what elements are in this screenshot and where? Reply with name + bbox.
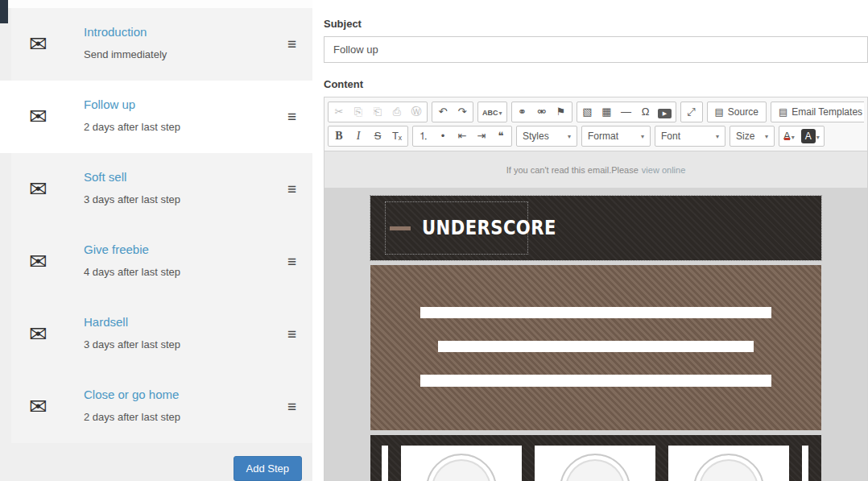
table-icon[interactable]: ▦ (597, 102, 617, 122)
email-hero-block[interactable] (370, 265, 821, 430)
text-color-button[interactable]: A▾ (780, 126, 798, 146)
step-item-soft-sell[interactable]: ✉ Soft sell 3 days after last step ≡ (11, 153, 312, 226)
step-title[interactable]: Hardsell (84, 315, 277, 329)
drag-handle-icon[interactable]: ≡ (287, 35, 296, 53)
bold-icon[interactable]: B (329, 126, 349, 146)
source-label: Source (728, 106, 758, 118)
step-item-close-or-go-home[interactable]: ✉ Close or go home 2 days after last ste… (11, 371, 312, 443)
envelope-icon: ✉ (29, 394, 48, 420)
add-step-button[interactable]: Add Step (234, 456, 303, 481)
remove-format-icon[interactable]: Tₓ (387, 126, 407, 146)
view-online-link[interactable]: view online (642, 165, 685, 175)
step-title[interactable]: Give freebie (84, 243, 277, 256)
step-item-introduction[interactable]: ✉ Introduction Send immediately ≡ (11, 8, 312, 81)
image-icon[interactable]: ▧ (578, 102, 597, 122)
undo-icon[interactable]: ↶ (433, 102, 453, 122)
unlink-icon[interactable]: ⚮ (532, 102, 552, 122)
indent-icon[interactable]: ⇥ (472, 126, 491, 146)
cut-icon[interactable]: ✂ (329, 102, 349, 122)
italic-icon[interactable]: I (349, 126, 368, 146)
styles-dropdown-label: Styles (523, 131, 549, 142)
step-title[interactable]: Introduction (84, 25, 277, 39)
seal-badge (693, 454, 764, 481)
spellcheck-group: ABC▾ (477, 102, 507, 122)
email-editor-panel: Subject Content ✂ ⎘ ⎗ ⎙ Ⓦ ↶ ↷ ABC▾ ⚭ (312, 0, 868, 481)
step-title[interactable]: Soft sell (84, 170, 277, 184)
youtube-play-icon: ▶ (658, 109, 672, 118)
step-timing: 4 days after last step (84, 266, 277, 278)
paste-icon[interactable]: ⎗ (368, 102, 387, 122)
brand-wordmark: UNDERSCORE (422, 217, 556, 239)
font-dropdown[interactable]: Font ▾ (655, 126, 725, 147)
view-online-banner: If you can't read this email.Please view… (324, 151, 867, 188)
chevron-down-icon: ▾ (499, 110, 502, 117)
step-timing: 3 days after last step (84, 193, 277, 205)
email-header-block[interactable]: UNDERSCORE (370, 196, 821, 260)
chevron-down-icon: ▾ (792, 134, 795, 141)
email-footer-block[interactable] (370, 435, 821, 481)
logo-editable-region[interactable]: UNDERSCORE (385, 201, 528, 255)
bg-color-button[interactable]: A▾ (798, 126, 823, 146)
email-preview-canvas[interactable]: If you can't read this email.Please view… (324, 151, 868, 481)
spellcheck-label: ABC (482, 109, 498, 117)
strikethrough-icon[interactable]: S (368, 126, 387, 146)
maximize-icon[interactable]: ⤢ (682, 102, 701, 122)
anchor-flag-icon[interactable]: ⚑ (552, 102, 571, 122)
styles-dropdown[interactable]: Styles ▾ (516, 126, 577, 147)
youtube-icon[interactable]: ▶ (655, 102, 675, 122)
seal-badge (560, 454, 630, 481)
outdent-icon[interactable]: ⇤ (453, 126, 472, 146)
horizontal-rule-icon[interactable]: ― (617, 102, 636, 122)
ordered-list-icon[interactable]: ⒈ (414, 126, 433, 146)
step-timing: 3 days after last step (84, 338, 277, 350)
drag-handle-icon[interactable]: ≡ (287, 253, 296, 271)
link-icon[interactable]: ⚭ (513, 102, 532, 122)
step-item-hardsell[interactable]: ✉ Hardsell 3 days after last step ≡ (11, 298, 312, 371)
toolbar-row-2: B I S Tₓ ⒈ • ⇤ ⇥ ❝ Styles ▾ Format ▾ Fon (328, 124, 864, 148)
drag-handle-icon[interactable]: ≡ (287, 326, 296, 343)
toolbar-row-1: ✂ ⎘ ⎗ ⎙ Ⓦ ↶ ↷ ABC▾ ⚭ ⚮ ⚑ ▧ ▦ (328, 100, 864, 124)
clipboard-group: ✂ ⎘ ⎗ ⎙ Ⓦ (328, 102, 428, 122)
step-title[interactable]: Close or go home (84, 388, 277, 401)
footer-edge-sliver (802, 446, 808, 481)
format-dropdown[interactable]: Format ▾ (581, 126, 651, 147)
blockquote-icon[interactable]: ❝ (491, 126, 510, 146)
footer-edge-sliver (382, 446, 388, 481)
basicstyles-group: B I S Tₓ (328, 126, 408, 147)
chevron-down-icon: ▾ (716, 133, 719, 140)
drag-handle-icon[interactable]: ≡ (287, 180, 296, 198)
subject-input[interactable] (324, 36, 868, 63)
font-dropdown-label: Font (661, 131, 680, 142)
list-indent-group: ⒈ • ⇤ ⇥ ❝ (412, 126, 512, 147)
maximize-group: ⤢ (680, 102, 703, 122)
logo-dash (390, 226, 411, 230)
drag-handle-icon[interactable]: ≡ (287, 108, 296, 126)
source-button[interactable]: ▤ Source (707, 102, 767, 122)
redo-icon[interactable]: ↷ (453, 102, 472, 122)
chevron-down-icon: ▾ (568, 133, 571, 140)
bullet-list-icon[interactable]: • (433, 126, 453, 146)
text-color-icon: A (783, 130, 791, 142)
content-label: Content (324, 78, 868, 90)
step-title[interactable]: Follow up (84, 97, 277, 111)
paste-text-icon[interactable]: ⎙ (387, 102, 407, 122)
copy-icon[interactable]: ⎘ (349, 102, 368, 122)
email-sequence-sidebar: ✉ Introduction Send immediately ≡ ✉ Foll… (0, 0, 312, 481)
footer-card (668, 446, 789, 481)
hero-text-bar (420, 307, 771, 318)
paste-word-icon[interactable]: Ⓦ (407, 102, 426, 122)
link-group: ⚭ ⚮ ⚑ (511, 102, 572, 122)
sidebar-top-strip (8, 0, 312, 8)
banner-text: If you can't read this email.Please (506, 165, 639, 175)
chevron-down-icon: ▾ (816, 134, 820, 141)
seal-badge (426, 454, 497, 481)
step-item-give-freebie[interactable]: ✉ Give freebie 4 days after last step ≡ (11, 226, 312, 298)
drag-handle-icon[interactable]: ≡ (287, 398, 296, 416)
special-char-icon[interactable]: Ω (636, 102, 655, 122)
step-timing: Send immediately (84, 48, 277, 60)
insert-group: ▧ ▦ ― Ω ▶ (577, 102, 676, 122)
size-dropdown[interactable]: Size ▾ (730, 126, 775, 147)
step-item-follow-up[interactable]: ✉ Follow up 2 days after last step ≡ (0, 81, 312, 153)
spellcheck-icon[interactable]: ABC▾ (479, 102, 506, 122)
email-templates-button[interactable]: ▤ Email Templates (771, 102, 864, 122)
